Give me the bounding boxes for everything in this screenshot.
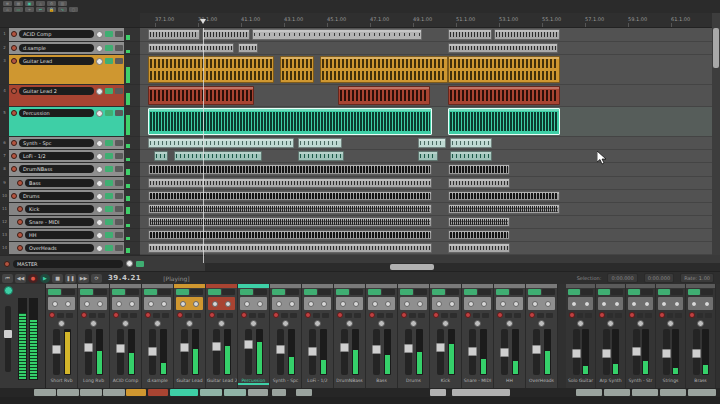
track-row-kick[interactable]: 11Kick (0, 203, 140, 216)
strip-label[interactable]: Bass (366, 376, 397, 385)
monitor-button[interactable] (105, 153, 113, 159)
master-fader-cap[interactable] (4, 330, 12, 338)
fx-knob-icon[interactable] (308, 301, 314, 307)
fx-knob-icon[interactable] (468, 301, 474, 307)
record-arm-icon[interactable] (465, 312, 471, 318)
track-tab[interactable] (224, 389, 246, 396)
record-arm-icon[interactable] (11, 110, 17, 116)
rewind-button[interactable]: ◀◀ (15, 274, 26, 283)
track-row-percussion[interactable]: 5Percussion (0, 107, 140, 137)
strip-label[interactable]: Percussion (238, 376, 269, 385)
input-button[interactable] (688, 289, 700, 295)
fx-knob-icon[interactable] (571, 301, 577, 307)
rate-control[interactable]: Rate: 1.00 (680, 273, 714, 283)
audio-clip[interactable] (494, 29, 560, 40)
record-arm-icon[interactable] (599, 312, 605, 318)
master-track-name[interactable]: MASTER (13, 260, 123, 268)
volume-fader[interactable] (663, 329, 670, 375)
audio-clip[interactable] (298, 138, 342, 148)
mute-button[interactable] (505, 313, 512, 318)
stop-button[interactable]: ■ (52, 274, 63, 283)
strip-label[interactable]: d.sample (142, 376, 173, 385)
pan-knob[interactable] (96, 45, 103, 52)
horizontal-scrollbar[interactable] (205, 263, 720, 271)
volume-fader[interactable] (633, 329, 640, 375)
solo-button[interactable] (546, 313, 553, 318)
fx-button[interactable] (115, 245, 123, 251)
fx-knob-icon[interactable] (289, 301, 295, 307)
mixer-strip-overheads[interactable]: OverHeads (526, 284, 558, 388)
mute-button[interactable] (313, 313, 320, 318)
mixer-strip-hh[interactable]: HH (494, 284, 526, 388)
fader-cap[interactable] (276, 345, 285, 354)
mute-button[interactable] (345, 313, 352, 318)
output-button[interactable] (611, 289, 623, 295)
solo-button[interactable] (162, 313, 169, 318)
track-tab[interactable] (57, 389, 79, 396)
fx-button[interactable] (115, 232, 123, 238)
record-arm-icon[interactable] (81, 312, 87, 318)
fx-button[interactable] (115, 140, 123, 146)
fx-knob-icon[interactable] (481, 301, 487, 307)
fx-knob-icon[interactable] (84, 301, 90, 307)
track-tab[interactable] (148, 389, 168, 396)
mute-button[interactable] (409, 313, 416, 318)
fader-cap[interactable] (340, 343, 349, 352)
fx-insert-box[interactable] (48, 297, 75, 310)
track-name-field[interactable]: HH (25, 231, 94, 239)
selection-end-field[interactable]: 0:00.000 (644, 273, 674, 283)
vertical-scrollbar-thumb[interactable] (713, 28, 719, 68)
record-arm-icon[interactable] (629, 312, 635, 318)
arrange-view[interactable] (140, 28, 712, 263)
fx-insert-box[interactable] (304, 297, 331, 310)
volume-fader[interactable] (405, 329, 412, 375)
master-arm-icon[interactable] (4, 261, 10, 267)
fx-knob-icon[interactable] (129, 301, 135, 307)
arrange-lane[interactable] (140, 85, 712, 107)
pan-knob[interactable] (697, 320, 704, 327)
volume-fader[interactable] (53, 329, 60, 375)
fx-knob-icon[interactable] (52, 301, 58, 307)
fx-knob-icon[interactable] (601, 301, 607, 307)
track-row-snare-midi[interactable]: 12Snare - MIDI (0, 216, 140, 229)
track-name-field[interactable]: Drums (19, 192, 94, 200)
fx-knob-icon[interactable] (276, 301, 282, 307)
track-name-field[interactable]: Percussion (19, 109, 94, 117)
track-row-drumnbass[interactable]: 8DrumNBass (0, 163, 140, 177)
pan-knob[interactable] (506, 320, 513, 327)
mute-button[interactable] (185, 313, 192, 318)
master-mono-button[interactable] (4, 286, 13, 295)
fx-button[interactable] (115, 58, 123, 64)
fx-insert-box[interactable] (208, 297, 235, 310)
track-row-hh[interactable]: 13HH (0, 229, 140, 242)
mute-button[interactable] (441, 313, 448, 318)
audio-clip[interactable] (148, 108, 432, 135)
monitor-button[interactable] (105, 45, 113, 51)
record-arm-icon[interactable] (11, 193, 17, 199)
item-icon[interactable]: ▭ (14, 7, 23, 12)
fx-knob-icon[interactable] (661, 301, 667, 307)
strip-label[interactable]: Kick (430, 376, 461, 385)
audio-clip[interactable] (320, 56, 448, 83)
mute-button[interactable] (577, 313, 584, 318)
track-tab[interactable] (430, 389, 446, 396)
pan-knob[interactable] (577, 320, 584, 327)
fx-knob-icon[interactable] (225, 301, 231, 307)
audio-clip[interactable] (418, 151, 438, 161)
volume-fader[interactable] (117, 329, 124, 375)
audio-clip[interactable] (448, 86, 560, 105)
strip-label[interactable]: ACID Comp (110, 376, 141, 385)
fx-button[interactable] (115, 45, 123, 51)
mixer-strip-short-rvb[interactable]: Short Rvb (46, 284, 78, 388)
arrange-lane[interactable] (140, 42, 712, 55)
fx-knob-icon[interactable] (97, 301, 103, 307)
track-row-acid-comp[interactable]: 1ACID Comp (0, 28, 140, 42)
input-button[interactable] (496, 289, 509, 295)
pan-knob[interactable] (282, 320, 289, 327)
track-tab[interactable] (296, 389, 312, 396)
output-button[interactable] (414, 289, 427, 295)
fx-button[interactable] (115, 88, 123, 94)
pan-knob[interactable] (186, 320, 193, 327)
fader-cap[interactable] (500, 348, 509, 357)
undo-icon[interactable]: ↩ (36, 7, 45, 12)
